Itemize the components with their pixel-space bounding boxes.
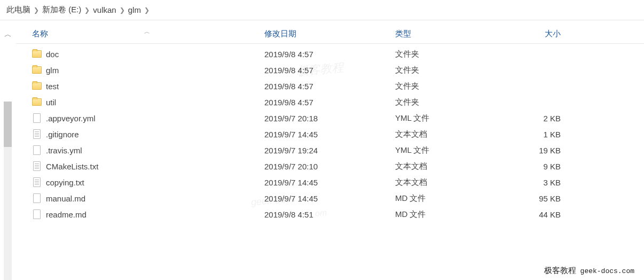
file-list: 名称 ︿ 修改日期 类型 大小 doc2019/9/8 4:57文件夹glm20… [16,20,644,280]
folder-icon [32,81,42,91]
list-item[interactable]: glm2019/9/8 4:57文件夹 [16,62,644,78]
crumb-pc[interactable]: 此电脑 [6,5,30,15]
item-name: .appveyor.yml [46,114,96,123]
cell-date: 2019/9/8 4:51 [264,210,395,219]
footer-brand: 极客教程 [544,266,576,275]
item-name: util [46,98,56,107]
crumb-drive[interactable]: 新加卷 (E:) [42,5,81,15]
cell-name: test [16,81,264,91]
cell-size: 2 KB [499,114,569,123]
list-item[interactable]: readme.md2019/9/8 4:51MD 文件44 KB [16,206,644,222]
chevron-right-icon: ❯ [144,6,150,14]
chevron-right-icon: ❯ [84,6,90,14]
list-item[interactable]: copying.txt2019/9/7 14:45文本文档3 KB [16,174,644,190]
cell-type: MD 文件 [395,209,499,220]
cell-date: 2019/9/7 19:24 [264,146,395,155]
list-item[interactable]: test2019/9/8 4:57文件夹 [16,78,644,94]
cell-date: 2019/9/7 14:45 [264,194,395,203]
cell-name: .gitignore [16,129,264,139]
cell-type: 文本文档 [395,177,499,188]
item-name: CMakeLists.txt [46,162,98,171]
cell-name: glm [16,65,264,75]
file-icon [32,193,42,203]
list-item[interactable]: doc2019/9/8 4:57文件夹 [16,46,644,62]
file-icon [32,209,42,219]
header-type[interactable]: 类型 [395,29,499,39]
cell-size: 3 KB [499,178,569,187]
cell-date: 2019/9/8 4:57 [264,82,395,91]
cell-type: YML 文件 [395,145,499,155]
cell-size: 1 KB [499,130,569,139]
cell-size: 44 KB [499,210,569,219]
cell-date: 2019/9/8 4:57 [264,50,395,59]
folder-icon [32,65,42,75]
item-name: glm [46,66,59,75]
item-name: doc [46,50,59,59]
cell-date: 2019/9/7 14:45 [264,130,395,139]
cell-name: util [16,97,264,107]
cell-date: 2019/9/8 4:57 [264,66,395,75]
item-name: copying.txt [46,178,84,187]
item-name: .gitignore [46,130,79,139]
cell-type: YML 文件 [395,113,499,123]
cell-type: 文件夹 [395,49,499,59]
file-icon [32,113,42,123]
list-item[interactable]: .appveyor.yml2019/9/7 20:18YML 文件2 KB [16,110,644,126]
item-name: readme.md [46,210,87,219]
cell-date: 2019/9/7 20:10 [264,162,395,171]
text-file-icon [32,161,42,171]
cell-name: readme.md [16,209,264,219]
chevron-up-icon[interactable]: ︿ [4,30,12,40]
cell-size: 95 KB [499,194,569,203]
cell-name: manual.md [16,193,264,203]
cell-type: 文本文档 [395,161,499,172]
cell-type: 文件夹 [395,97,499,107]
crumb-vulkan[interactable]: vulkan [93,5,116,14]
file-icon [32,145,42,155]
chevron-right-icon: ❯ [120,6,125,14]
list-item[interactable]: .travis.yml2019/9/7 19:24YML 文件19 KB [16,142,644,158]
cell-name: doc [16,49,264,59]
text-file-icon [32,129,42,139]
item-name: test [46,82,59,91]
cell-type: 文件夹 [395,81,499,91]
header-name[interactable]: 名称 [16,29,264,39]
footer-domain: geek-docs.com [580,267,634,275]
header-date[interactable]: 修改日期 [264,29,395,39]
item-name: .travis.yml [46,146,82,155]
scrollbar-thumb[interactable] [4,102,12,147]
cell-date: 2019/9/8 4:57 [264,98,395,107]
cell-date: 2019/9/7 14:45 [264,178,395,187]
cell-size: 19 KB [499,146,569,155]
folder-icon [32,97,42,107]
main-area: ︿ 名称 ︿ 修改日期 类型 大小 doc2019/9/8 4:57文件夹glm… [0,20,644,280]
cell-type: 文本文档 [395,129,499,139]
text-file-icon [32,177,42,187]
crumb-glm[interactable]: glm [128,5,141,14]
cell-name: CMakeLists.txt [16,161,264,171]
breadcrumb[interactable]: 此电脑 ❯ 新加卷 (E:) ❯ vulkan ❯ glm ❯ [0,0,644,20]
chevron-right-icon: ❯ [34,6,39,14]
list-item[interactable]: manual.md2019/9/7 14:45MD 文件95 KB [16,190,644,206]
column-headers: 名称 ︿ 修改日期 类型 大小 [16,25,644,44]
item-name: manual.md [46,194,85,203]
cell-name: copying.txt [16,177,264,187]
list-item[interactable]: CMakeLists.txt2019/9/7 20:10文本文档9 KB [16,158,644,174]
rows-container: doc2019/9/8 4:57文件夹glm2019/9/8 4:57文件夹te… [16,44,644,222]
cell-name: .appveyor.yml [16,113,264,123]
footer-attribution: 极客教程 geek-docs.com [544,266,634,276]
cell-name: .travis.yml [16,145,264,155]
sort-chevron-icon[interactable]: ︿ [144,28,150,36]
list-item[interactable]: .gitignore2019/9/7 14:45文本文档1 KB [16,126,644,142]
cell-date: 2019/9/7 20:18 [264,114,395,123]
list-item[interactable]: util2019/9/8 4:57文件夹 [16,94,644,110]
header-size[interactable]: 大小 [499,29,569,39]
cell-type: MD 文件 [395,193,499,204]
folder-icon [32,49,42,59]
cell-size: 9 KB [499,162,569,171]
scrollbar-track[interactable] [4,102,12,280]
cell-type: 文件夹 [395,65,499,75]
